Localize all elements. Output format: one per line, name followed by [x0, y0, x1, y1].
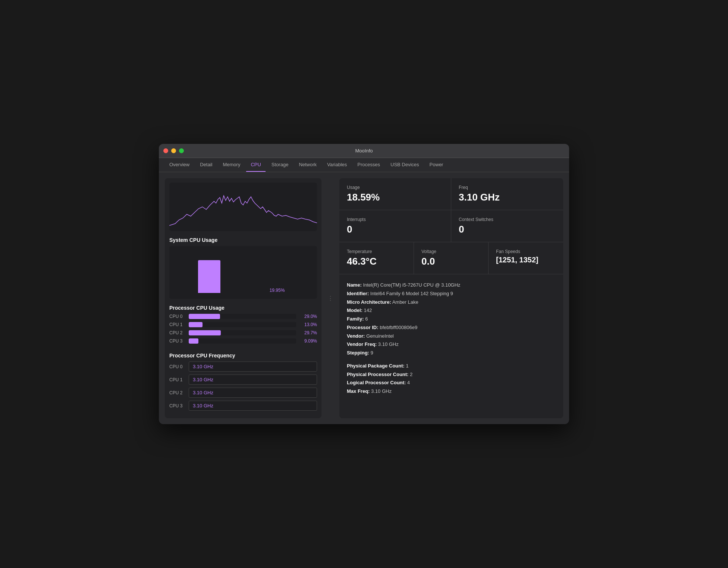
stat-cell-fan: Fan Speeds [1251, 1352]: [489, 242, 563, 274]
info-max-freq-value: 3.10 GHz: [371, 388, 392, 394]
cpu-bar-track-1: [189, 322, 296, 327]
info-phy-proc: Physical Processor Count: 2: [347, 370, 556, 379]
interrupts-label: Interrupts: [347, 217, 443, 222]
info-name-label: Name:: [347, 282, 362, 288]
cpu-bar-row-2: CPU 2 29.7%: [169, 330, 317, 335]
info-log-proc: Logical Processor Count: 4: [347, 379, 556, 387]
cpu-label-1: CPU 1: [169, 322, 186, 327]
info-pkg-count: Physical Package Count: 1: [347, 362, 556, 370]
minimize-button[interactable]: [171, 148, 176, 153]
tab-usb-devices[interactable]: USB Devices: [386, 158, 424, 172]
freq-value-right: 3.10 GHz: [459, 192, 556, 203]
info-stepping: Stepping: 9: [347, 349, 556, 357]
stat-cell-voltage: Voltage 0.0: [414, 242, 489, 274]
cpu-pct-3: 9.09%: [299, 338, 317, 344]
info-vendor-freq-value: 3.10 GHz: [378, 341, 399, 347]
app-window: MooInfo Overview Detail Memory CPU Stora…: [159, 144, 569, 424]
tab-bar: Overview Detail Memory CPU Storage Netwo…: [159, 158, 569, 172]
tab-detail[interactable]: Detail: [195, 158, 217, 172]
stat-cell-usage: Usage 18.59%: [339, 178, 451, 210]
freq-list: CPU 0 3.10 GHz CPU 1 3.10 GHz CPU 2 3.10…: [169, 362, 317, 411]
freq-label-0: CPU 0: [169, 364, 186, 369]
info-vendor-value: GenuineIntel: [366, 333, 394, 339]
stats-row-usage-freq: Usage 18.59% Freq 3.10 GHz: [339, 178, 563, 210]
tab-cpu[interactable]: CPU: [246, 158, 265, 172]
processor-cpu-title: Processor CPU Usage: [169, 305, 317, 311]
tab-processes[interactable]: Processes: [353, 158, 385, 172]
tab-overview[interactable]: Overview: [165, 158, 194, 172]
info-proc-id: Processor ID: bfebfbff000806e9: [347, 324, 556, 332]
cpu-bar-row-3: CPU 3 9.09%: [169, 338, 317, 344]
temp-value: 46.3°C: [347, 256, 406, 267]
maximize-button[interactable]: [179, 148, 184, 153]
freq-row-1: CPU 1 3.10 GHz: [169, 375, 317, 385]
freq-row-0: CPU 0 3.10 GHz: [169, 362, 317, 372]
tab-power[interactable]: Power: [425, 158, 448, 172]
info-vendor-label: Vendor:: [347, 333, 365, 339]
fan-value: [1251, 1352]: [496, 256, 556, 264]
bar-label-col: 19.95%: [243, 285, 311, 293]
titlebar: MooInfo: [159, 144, 569, 158]
info-family-value: 6: [365, 316, 368, 322]
bar-chart-visual: 19.95%: [175, 252, 311, 293]
freq-value-3: 3.10 GHz: [189, 401, 317, 411]
freq-value-1: 3.10 GHz: [189, 375, 317, 385]
cpu-pct-1: 13.0%: [299, 322, 317, 327]
processor-cpu-freq-section: Processor CPU Frequency CPU 0 3.10 GHz C…: [169, 353, 317, 414]
info-proc-id-value: bfebfbff000806e9: [380, 325, 417, 330]
info-vendor: Vendor: GenuineIntel: [347, 332, 556, 341]
bar-percent-label: 19.95%: [270, 288, 285, 293]
info-arch-value: Amber Lake: [392, 299, 418, 305]
info-identifier: Identifier: Intel64 Family 6 Model 142 S…: [347, 290, 556, 298]
cpu-bar-fill-0: [189, 314, 220, 319]
cpu-label-3: CPU 3: [169, 338, 186, 344]
usage-value: 18.59%: [347, 192, 443, 203]
freq-label-1: CPU 1: [169, 377, 186, 382]
left-panel: System CPU Usage 19.95% Processor CPU Us…: [165, 178, 321, 418]
processor-cpu-usage-section: Processor CPU Usage CPU 0 29.0% CPU 1: [169, 305, 317, 347]
info-name: Name: Intel(R) Core(TM) i5-7267U CPU @ 3…: [347, 281, 556, 290]
cpu-label-0: CPU 0: [169, 314, 186, 319]
info-vendor-freq-label: Vendor Freq:: [347, 341, 377, 347]
drag-handle[interactable]: ⋮: [327, 295, 333, 302]
cpu-bar-track-0: [189, 314, 296, 319]
info-model-label: Model:: [347, 307, 363, 313]
voltage-label: Voltage: [421, 249, 481, 254]
freq-value-2: 3.10 GHz: [189, 388, 317, 398]
info-sep: [347, 357, 556, 362]
freq-label-2: CPU 2: [169, 390, 186, 395]
right-panel: Usage 18.59% Freq 3.10 GHz Interrupts 0 …: [339, 178, 563, 418]
freq-label-right: Freq: [459, 185, 556, 190]
cpu-bars-list: CPU 0 29.0% CPU 1 13.0%: [169, 314, 317, 344]
info-id-label: Identifier:: [347, 291, 369, 296]
tab-network[interactable]: Network: [294, 158, 321, 172]
system-cpu-bar-chart: 19.95%: [169, 246, 317, 299]
info-family-label: Family:: [347, 316, 364, 322]
freq-title: Processor CPU Frequency: [169, 353, 317, 359]
info-pkg-count-value: 1: [406, 363, 408, 369]
system-cpu-title: System CPU Usage: [169, 237, 317, 243]
cpu-bar-fill-2: [189, 330, 221, 335]
system-cpu-usage-section: System CPU Usage 19.95%: [169, 237, 317, 299]
freq-value-0: 3.10 GHz: [189, 362, 317, 372]
info-model: Model: 142: [347, 306, 556, 315]
tab-variables[interactable]: Variables: [323, 158, 351, 172]
tab-storage[interactable]: Storage: [267, 158, 293, 172]
info-id-value: Intel64 Family 6 Model 142 Stepping 9: [370, 291, 453, 296]
info-arch-label: Micro Architecture:: [347, 299, 391, 305]
cpu-pct-2: 29.7%: [299, 330, 317, 335]
close-button[interactable]: [163, 148, 168, 153]
stat-cell-ctx: Context Switches 0: [451, 210, 563, 242]
info-log-proc-value: 4: [407, 380, 410, 385]
info-phy-proc-label: Physical Processor Count:: [347, 372, 408, 377]
info-arch: Micro Architecture: Amber Lake: [347, 298, 556, 307]
usage-label: Usage: [347, 185, 443, 190]
window-title: MooInfo: [355, 148, 373, 154]
cpu-chart: [169, 183, 317, 231]
info-panel: Name: Intel(R) Core(TM) i5-7267U CPU @ 3…: [339, 274, 563, 418]
voltage-value: 0.0: [421, 256, 481, 267]
info-phy-proc-value: 2: [410, 372, 412, 377]
ctx-label: Context Switches: [459, 217, 556, 222]
tab-memory[interactable]: Memory: [218, 158, 245, 172]
cpu-label-2: CPU 2: [169, 330, 186, 335]
